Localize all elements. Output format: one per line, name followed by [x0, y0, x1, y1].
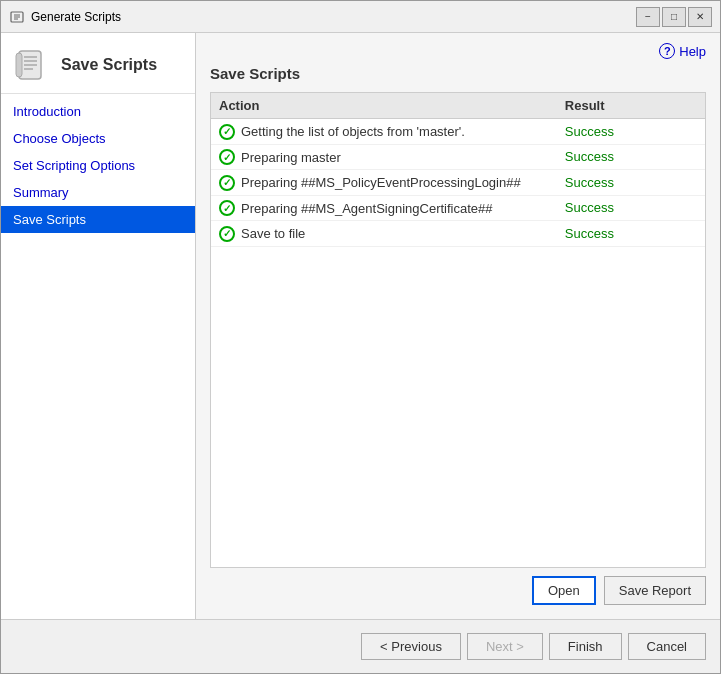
title-bar: Generate Scripts − □ ✕ — [1, 1, 720, 33]
success-icon: ✓ — [219, 226, 235, 242]
result-cell: Success — [557, 144, 705, 170]
action-text: Preparing master — [241, 150, 341, 165]
finish-button[interactable]: Finish — [549, 633, 622, 660]
table-row: ✓Preparing masterSuccess — [211, 144, 705, 170]
results-table: Action Result ✓Getting the list of objec… — [211, 93, 705, 247]
success-icon: ✓ — [219, 175, 235, 191]
svg-rect-5 — [16, 53, 22, 77]
success-icon: ✓ — [219, 200, 235, 216]
success-icon: ✓ — [219, 124, 235, 140]
table-row: ✓Preparing ##MS_PolicyEventProcessingLog… — [211, 170, 705, 196]
window-icon — [9, 9, 25, 25]
row-icon-container: ✓Preparing master — [219, 149, 341, 165]
action-cell: ✓Preparing ##MS_AgentSigningCertificate#… — [211, 195, 557, 221]
sidebar-nav: Introduction Choose Objects Set Scriptin… — [1, 94, 195, 619]
row-icon-container: ✓Preparing ##MS_PolicyEventProcessingLog… — [219, 175, 521, 191]
help-link[interactable]: ? Help — [210, 43, 706, 59]
action-text: Preparing ##MS_AgentSigningCertificate## — [241, 201, 493, 216]
result-cell: Success — [557, 221, 705, 247]
main-panel: ? Help Save Scripts Action Result ✓Getti… — [196, 33, 720, 619]
save-report-button[interactable]: Save Report — [604, 576, 706, 605]
table-header-row: Action Result — [211, 93, 705, 119]
title-bar-left: Generate Scripts — [9, 9, 121, 25]
action-text: Save to file — [241, 226, 305, 241]
panel-title: Save Scripts — [210, 65, 706, 82]
next-button[interactable]: Next > — [467, 633, 543, 660]
window-title: Generate Scripts — [31, 10, 121, 24]
results-table-container: Action Result ✓Getting the list of objec… — [210, 92, 706, 568]
sidebar-item-summary[interactable]: Summary — [1, 179, 195, 206]
action-cell: ✓Preparing ##MS_PolicyEventProcessingLog… — [211, 170, 557, 196]
minimize-button[interactable]: − — [636, 7, 660, 27]
success-icon: ✓ — [219, 149, 235, 165]
column-header-result: Result — [557, 93, 705, 119]
result-cell: Success — [557, 195, 705, 221]
action-text: Preparing ##MS_PolicyEventProcessingLogi… — [241, 175, 521, 190]
result-cell: Success — [557, 170, 705, 196]
row-icon-container: ✓Preparing ##MS_AgentSigningCertificate#… — [219, 200, 493, 216]
action-text: Getting the list of objects from 'master… — [241, 124, 465, 139]
sidebar-header: Save Scripts — [1, 33, 195, 94]
row-icon-container: ✓Save to file — [219, 226, 305, 242]
table-row: ✓Preparing ##MS_AgentSigningCertificate#… — [211, 195, 705, 221]
footer: < Previous Next > Finish Cancel — [1, 619, 720, 673]
column-header-action: Action — [211, 93, 557, 119]
main-window: Generate Scripts − □ ✕ Save Scripts — [0, 0, 721, 674]
content-area: Save Scripts Introduction Choose Objects… — [1, 33, 720, 619]
close-button[interactable]: ✕ — [688, 7, 712, 27]
open-button[interactable]: Open — [532, 576, 596, 605]
title-bar-controls: − □ ✕ — [636, 7, 712, 27]
action-buttons: Open Save Report — [210, 568, 706, 609]
help-icon: ? — [659, 43, 675, 59]
sidebar-item-set-scripting-options[interactable]: Set Scripting Options — [1, 152, 195, 179]
action-cell: ✓Preparing master — [211, 144, 557, 170]
table-row: ✓Getting the list of objects from 'maste… — [211, 119, 705, 145]
action-cell: ✓Save to file — [211, 221, 557, 247]
action-cell: ✓Getting the list of objects from 'maste… — [211, 119, 557, 145]
help-label: Help — [679, 44, 706, 59]
previous-button[interactable]: < Previous — [361, 633, 461, 660]
maximize-button[interactable]: □ — [662, 7, 686, 27]
row-icon-container: ✓Getting the list of objects from 'maste… — [219, 124, 465, 140]
cancel-button[interactable]: Cancel — [628, 633, 706, 660]
sidebar-item-save-scripts[interactable]: Save Scripts — [1, 206, 195, 233]
sidebar-title: Save Scripts — [61, 56, 157, 74]
sidebar-item-choose-objects[interactable]: Choose Objects — [1, 125, 195, 152]
table-row: ✓Save to fileSuccess — [211, 221, 705, 247]
sidebar-scroll-icon — [11, 45, 51, 85]
sidebar: Save Scripts Introduction Choose Objects… — [1, 33, 196, 619]
sidebar-item-introduction[interactable]: Introduction — [1, 98, 195, 125]
result-cell: Success — [557, 119, 705, 145]
